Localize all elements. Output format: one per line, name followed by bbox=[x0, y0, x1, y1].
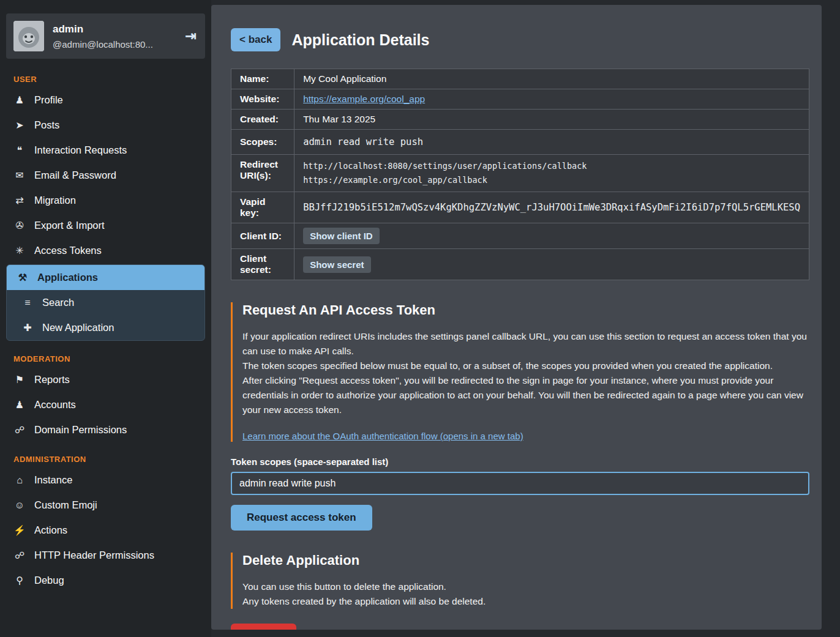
sidebar-item-label: Profile bbox=[34, 94, 63, 106]
token-scopes-label: Token scopes (space-separated list) bbox=[231, 456, 809, 467]
redirect-uri: http://localhost:8080/settings/user/appl… bbox=[303, 159, 800, 173]
users-icon: ♟ bbox=[13, 399, 26, 411]
exchange-arrows-icon: ⇄ bbox=[13, 195, 26, 206]
section-label-moderation: MODERATION bbox=[0, 342, 211, 367]
request-access-token-button[interactable]: Request access token bbox=[231, 505, 372, 531]
sidebar-item-label: Email & Password bbox=[34, 169, 116, 181]
sidebar-item-label: Custom Emoji bbox=[34, 499, 97, 511]
sidebar-item-migration[interactable]: ⇄ Migration bbox=[0, 188, 211, 213]
sidebar-item-label: Export & Import bbox=[34, 220, 105, 231]
table-row-name: Name: My Cool Application bbox=[231, 69, 809, 89]
sidebar: admin @admin@localhost:80... ⇥ USER ♟ Pr… bbox=[0, 0, 211, 637]
main-panel: < back Application Details Name: My Cool… bbox=[211, 5, 822, 630]
sidebar-item-email-password[interactable]: ✉ Email & Password bbox=[0, 163, 211, 188]
delete-application-title: Delete Application bbox=[242, 553, 809, 568]
sidebar-item-posts[interactable]: ➤ Posts bbox=[0, 113, 211, 138]
application-details-table: Name: My Cool Application Website: https… bbox=[231, 69, 809, 280]
request-token-section: Request An API Access Token If your appl… bbox=[231, 302, 809, 442]
delete-paragraph: You can use this button to delete the ap… bbox=[242, 579, 809, 594]
token-scopes-field: Token scopes (space-separated list) bbox=[231, 456, 809, 495]
token-scopes-input[interactable] bbox=[231, 472, 809, 495]
redirect-uri: https://example.org/cool_app/callback bbox=[303, 173, 800, 187]
sidebar-item-accounts[interactable]: ♟ Accounts bbox=[0, 392, 211, 417]
page-header: < back Application Details bbox=[231, 28, 809, 51]
wrench-icon: ⚒ bbox=[17, 272, 29, 283]
table-row-created: Created: Thu Mar 13 2025 bbox=[231, 110, 809, 130]
row-label: Scopes: bbox=[231, 130, 294, 155]
row-value: My Cool Application bbox=[294, 69, 809, 89]
row-label: Redirect URI(s): bbox=[231, 155, 294, 192]
avatar bbox=[13, 21, 44, 51]
sidebar-item-new-application[interactable]: ✚ New Application bbox=[7, 315, 204, 340]
row-label: Website: bbox=[231, 89, 294, 110]
website-link[interactable]: https://example.org/cool_app bbox=[303, 94, 425, 104]
network-icon: ☍ bbox=[13, 424, 26, 436]
table-row-scopes: Scopes: admin read write push bbox=[231, 130, 809, 155]
sidebar-item-label: Migration bbox=[34, 195, 76, 206]
envelope-icon: ✉ bbox=[13, 169, 26, 181]
sidebar-item-label: Debug bbox=[34, 575, 64, 586]
oauth-docs-link[interactable]: Learn more about the OAuth authenticatio… bbox=[242, 431, 523, 441]
back-button[interactable]: < back bbox=[231, 28, 280, 51]
row-label: Name: bbox=[231, 69, 294, 89]
sidebar-item-interaction-requests[interactable]: ❝ Interaction Requests bbox=[0, 138, 211, 163]
request-token-paragraph: The token scopes specified below must be… bbox=[242, 359, 809, 373]
table-row-client-secret: Client secret: Show secret bbox=[231, 249, 809, 280]
user-icon: ♟ bbox=[13, 94, 26, 106]
delete-application-section: Delete Application You can use this butt… bbox=[231, 553, 809, 609]
user-handle: @admin@localhost:80... bbox=[53, 39, 153, 50]
sidebar-item-debug[interactable]: ⚲ Debug bbox=[0, 568, 211, 593]
user-info: admin @admin@localhost:80... bbox=[53, 23, 153, 50]
bug-icon: ⚲ bbox=[13, 575, 26, 586]
sidebar-item-applications-search[interactable]: ≡ Search bbox=[7, 290, 204, 315]
sidebar-item-profile[interactable]: ♟ Profile bbox=[0, 88, 211, 113]
section-label-administration: ADMINISTRATION bbox=[0, 442, 211, 468]
section-label-user: USER bbox=[0, 62, 211, 88]
table-row-redirect-uris: Redirect URI(s): http://localhost:8080/s… bbox=[231, 155, 809, 192]
table-row-vapid-key: Vapid key: BBJffJ219b5iE512m7wQSzv4KgKDh… bbox=[231, 192, 809, 223]
user-name: admin bbox=[53, 23, 153, 35]
request-token-paragraph: After clicking "Request access token", y… bbox=[242, 373, 809, 417]
sidebar-item-custom-emoji[interactable]: ☺ Custom Emoji bbox=[0, 493, 211, 518]
sign-out-icon[interactable]: ⇥ bbox=[186, 28, 197, 44]
sidebar-item-label: Accounts bbox=[34, 399, 76, 411]
sidebar-item-label: Access Tokens bbox=[34, 245, 102, 256]
applications-group: ⚒ Applications ≡ Search ✚ New Applicatio… bbox=[6, 264, 205, 341]
comment-icon: ❝ bbox=[13, 144, 26, 156]
network-icon: ☍ bbox=[13, 549, 26, 561]
delete-paragraph: Any tokens created by the application wi… bbox=[242, 594, 809, 609]
sidebar-item-applications[interactable]: ⚒ Applications bbox=[7, 265, 204, 290]
sidebar-item-label: Instance bbox=[34, 474, 72, 486]
smiley-icon: ☺ bbox=[13, 500, 26, 511]
request-token-title: Request An API Access Token bbox=[242, 302, 809, 318]
row-label: Created: bbox=[231, 110, 294, 130]
save-icon: ✇ bbox=[13, 220, 26, 231]
sidebar-item-reports[interactable]: ⚑ Reports bbox=[0, 367, 211, 392]
user-card: admin @admin@localhost:80... ⇥ bbox=[6, 13, 205, 59]
flag-icon: ⚑ bbox=[13, 374, 26, 386]
sidebar-item-http-header-permissions[interactable]: ☍ HTTP Header Permissions bbox=[0, 543, 211, 568]
sidebar-item-label: Search bbox=[42, 297, 74, 308]
table-row-website: Website: https://example.org/cool_app bbox=[231, 89, 809, 110]
sidebar-item-export-import[interactable]: ✇ Export & Import bbox=[0, 213, 211, 238]
row-value: admin read write push bbox=[294, 130, 809, 155]
delete-button[interactable]: Delete bbox=[231, 624, 296, 630]
sidebar-item-domain-permissions[interactable]: ☍ Domain Permissions bbox=[0, 417, 211, 442]
sidebar-item-label: Posts bbox=[34, 119, 59, 131]
plus-icon: ✚ bbox=[21, 322, 34, 333]
show-secret-button[interactable]: Show secret bbox=[303, 256, 370, 273]
row-label: Client ID: bbox=[231, 223, 294, 249]
sidebar-item-label: HTTP Header Permissions bbox=[34, 549, 154, 561]
sidebar-item-label: New Application bbox=[42, 322, 114, 333]
certificate-icon: ✳ bbox=[13, 245, 26, 256]
page-title: Application Details bbox=[291, 31, 429, 49]
sidebar-item-actions[interactable]: ⚡ Actions bbox=[0, 518, 211, 543]
request-token-paragraph: If your application redirect URIs includ… bbox=[242, 329, 809, 359]
row-value: BBJffJ219b5iE512m7wQSzv4KgKDhgZZVzNyWC_r… bbox=[294, 192, 809, 223]
row-label: Client secret: bbox=[231, 249, 294, 280]
sidebar-item-instance[interactable]: ⌂ Instance bbox=[0, 468, 211, 493]
row-value: Thu Mar 13 2025 bbox=[294, 110, 809, 130]
show-client-id-button[interactable]: Show client ID bbox=[303, 228, 380, 244]
sidebar-item-access-tokens[interactable]: ✳ Access Tokens bbox=[0, 238, 211, 263]
sidebar-item-label: Actions bbox=[34, 524, 67, 536]
